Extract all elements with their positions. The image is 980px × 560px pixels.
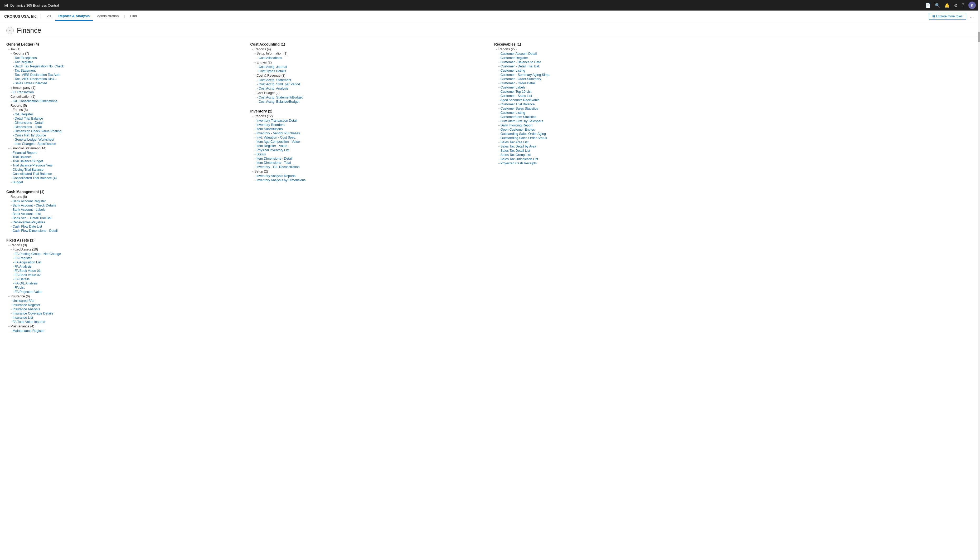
link-customer-order-detail[interactable]: - Customer - Order Detail	[498, 81, 730, 85]
link-cost-acctg-statement[interactable]: - Cost Acctg. Statement	[257, 78, 486, 82]
link-consolidated-trial-balance[interactable]: - Consolidated Trial Balance	[10, 172, 242, 176]
link-detail-trial-balance[interactable]: - Detail Trial Balance	[13, 117, 242, 121]
link-fa-acquisition-list[interactable]: - FA Acquisition List	[13, 260, 242, 265]
link-gl-worksheet[interactable]: - General Ledger Worksheet	[13, 137, 242, 142]
link-open-customer-entries[interactable]: - Open Customer Entries	[498, 127, 730, 132]
link-customer-sales-list[interactable]: - Customer - Sales List	[498, 94, 730, 98]
link-fa-projected-value[interactable]: - FA Projected Value	[13, 290, 242, 294]
link-fa-book-value-01[interactable]: - FA Book Value 01	[13, 269, 242, 273]
link-invt-valuation-cost-spec[interactable]: - Invt. Valuation - Cost Spec.	[255, 135, 486, 140]
link-sales-taxes-collected[interactable]: - Sales Taxes Collected	[13, 81, 242, 85]
link-maintenance-register[interactable]: - Maintenance Register	[10, 329, 242, 333]
link-cash-flow-dimensions-detail[interactable]: - Cash Flow Dimensions - Detail	[10, 228, 242, 233]
link-inventory-vendor-purchases[interactable]: - Inventory - Vendor Purchases	[255, 131, 486, 135]
link-sales-tax-detail-list[interactable]: - Sales Tax Detail List	[498, 148, 730, 153]
link-customer-summary-aging-simp[interactable]: - Customer - Summary Aging Simp.	[498, 73, 730, 77]
link-gl-register[interactable]: - G/L Register	[13, 112, 242, 117]
link-outstanding-sales-order-aging[interactable]: - Outstanding Sales Order Aging	[498, 132, 730, 136]
link-customer-balance-to-date[interactable]: - Customer - Balance to Date	[498, 60, 730, 64]
link-projected-cash-receipts[interactable]: - Projected Cash Receipts	[498, 161, 730, 165]
link-sales-tax-area-list[interactable]: - Sales Tax Area List	[498, 140, 730, 144]
link-daily-invoicing-report[interactable]: - Daily Invoicing Report	[498, 123, 730, 127]
link-cost-acctg-stmt-budget[interactable]: - Cost Acctg. Statement/Budget	[257, 95, 486, 100]
link-fa-analysis[interactable]: - FA Analysis	[13, 265, 242, 269]
link-customer-register[interactable]: - Customer Register	[498, 56, 730, 60]
link-customer-listing[interactable]: - Customer Listing	[498, 68, 730, 73]
link-customer-listing-2[interactable]: - Customer Listing	[498, 111, 730, 115]
link-trial-balance[interactable]: - Trial Balance	[10, 155, 242, 159]
tab-all[interactable]: All	[44, 12, 54, 21]
link-item-charges-spec[interactable]: - Item Charges - Specification	[13, 142, 242, 146]
tab-find[interactable]: Find	[127, 12, 140, 21]
link-tax-vies-auth[interactable]: - Tax- VIES Declaration Tax Auth	[13, 73, 242, 77]
tab-administration[interactable]: Administration	[94, 12, 122, 21]
link-status[interactable]: - Status	[255, 152, 486, 157]
link-item-substitutions[interactable]: - Item Substitutions	[255, 127, 486, 131]
link-cost-acctg-journal[interactable]: - Cost Acctg. Journal	[257, 65, 486, 69]
link-cost-acctg-analysis[interactable]: - Cost Acctg. Analysis	[257, 87, 486, 91]
link-batch-tax-reg[interactable]: - Batch Tax Registration No. Check	[13, 64, 242, 68]
link-aged-accounts-receivable[interactable]: - Aged Accounts Receivable	[498, 98, 730, 102]
link-insurance-list[interactable]: - Insurance List	[10, 315, 242, 320]
link-physical-inventory-list[interactable]: - Physical Inventory List	[255, 148, 486, 152]
link-budget[interactable]: - Budget	[10, 180, 242, 184]
link-cost-allocations[interactable]: - Cost Allocations	[257, 56, 486, 60]
link-bank-account-register[interactable]: - Bank Account Register	[10, 199, 242, 203]
link-ic-transaction[interactable]: - IC Transaction	[10, 90, 242, 94]
link-inventory-analysis-reports[interactable]: - Inventory Analysis Reports	[255, 174, 486, 178]
link-financial-report[interactable]: - Financial Report	[10, 151, 242, 155]
link-cash-flow-date-list[interactable]: - Cash Flow Date List	[10, 224, 242, 228]
link-item-register-value[interactable]: - Item Register - Value	[255, 144, 486, 148]
link-customer-top-10-list[interactable]: - Customer Top 10 List	[498, 90, 730, 94]
link-customer-trial-balance[interactable]: - Customer Trial Balance	[498, 102, 730, 107]
link-outstanding-sales-order-status[interactable]: - Outstanding Sales Order Status	[498, 136, 730, 140]
link-bank-account-labels[interactable]: - Bank Account - Labels	[10, 208, 242, 212]
link-sales-tax-jurisdiction-list[interactable]: - Sales Tax Jurisdiction List	[498, 157, 730, 161]
link-dimensions-total[interactable]: - Dimensions - Total	[13, 125, 242, 129]
link-insurance-analysis[interactable]: - Insurance Analysis	[10, 307, 242, 311]
link-customer-item-statistics[interactable]: - Customer/Item Statistics	[498, 115, 730, 119]
link-bank-acc-detail-trial-bal[interactable]: - Bank Acc. - Detail Trial Bal.	[10, 216, 242, 220]
link-fa-gl-analysis[interactable]: - FA G/L Analysis	[13, 281, 242, 285]
bell-icon[interactable]: 🔔	[945, 3, 950, 8]
link-gl-consolidation[interactable]: - G/L Consolidation Eliminations	[10, 99, 242, 103]
avatar[interactable]: K	[968, 2, 976, 9]
link-inventory-transaction-detail[interactable]: - Inventory Transaction Detail	[255, 118, 486, 123]
link-customer-order-summary[interactable]: - Customer - Order Summary	[498, 77, 730, 81]
link-cost-types-details[interactable]: - Cost Types Details	[257, 69, 486, 73]
link-fa-book-value-02[interactable]: - FA Book Value 02	[13, 273, 242, 277]
more-options-button[interactable]: ...	[968, 13, 976, 20]
link-uninsured-fas[interactable]: - Uninsured FAs	[10, 299, 242, 303]
link-item-dimensions-detail[interactable]: - Item Dimensions - Detail	[255, 157, 486, 161]
link-cost-acctg-stmt-period[interactable]: - Cost Acctg. Stmt. per Period	[257, 82, 486, 87]
link-fa-details[interactable]: - FA Details	[13, 277, 242, 281]
link-customer-account-detail[interactable]: - Customer Account Detail	[498, 52, 730, 56]
link-customer-sales-statistics[interactable]: - Customer Sales Statistics	[498, 107, 730, 111]
link-dimensions-detail[interactable]: - Dimensions - Detail	[13, 121, 242, 125]
link-insurance-coverage-details[interactable]: - Insurance Coverage Details	[10, 311, 242, 315]
link-inventory-gl-reconciliation[interactable]: - Inventory - G/L Reconciliation	[255, 165, 486, 169]
link-tax-statement[interactable]: - Tax Statement	[13, 68, 242, 73]
link-tax-vies-disk[interactable]: - Tax- VIES Declaration Disk...	[13, 77, 242, 81]
explore-more-roles-button[interactable]: ⊞ Explore more roles	[929, 13, 966, 20]
link-consolidated-trial-balance-4[interactable]: - Consolidated Trial Balance (4)	[10, 176, 242, 180]
link-trial-balance-prev-year[interactable]: - Trial Balance/Previous Year	[10, 163, 242, 168]
link-fa-posting-group[interactable]: - FA Posting Group - Net Change	[13, 252, 242, 256]
link-trial-balance-budget[interactable]: - Trial Balance/Budget	[10, 159, 242, 163]
settings-icon[interactable]: ⚙	[954, 3, 958, 8]
link-fa-register[interactable]: - FA Register	[13, 256, 242, 260]
link-sales-tax-detail-by-area[interactable]: - Sales Tax Detail by Area	[498, 144, 730, 148]
link-item-dimensions-total[interactable]: - Item Dimensions - Total	[255, 161, 486, 165]
link-tax-exceptions[interactable]: - Tax Exceptions	[13, 56, 242, 60]
link-cross-ref-source[interactable]: - Cross Ref. by Source	[13, 133, 242, 137]
link-receivables-payables[interactable]: - Receivables-Payables	[10, 220, 242, 224]
link-bank-account-list[interactable]: - Bank Account - List	[10, 212, 242, 216]
tab-reports-analysis[interactable]: Reports & Analysis	[55, 12, 93, 21]
link-sales-tax-group-list[interactable]: - Sales Tax Group List	[498, 153, 730, 157]
link-fa-total-value-insured[interactable]: - FA Total Value Insured	[10, 320, 242, 324]
link-cost-acctg-balance-budget[interactable]: - Cost Acctg. Balance/Budget	[257, 100, 486, 104]
link-closing-trial-balance[interactable]: - Closing Trial Balance	[10, 168, 242, 172]
link-tax-register[interactable]: - Tax Register	[13, 60, 242, 64]
link-cust-item-stat-salespers[interactable]: - Cust./Item Stat. by Salespers.	[498, 119, 730, 123]
link-item-age-composition-value[interactable]: - Item Age Composition - Value	[255, 140, 486, 144]
